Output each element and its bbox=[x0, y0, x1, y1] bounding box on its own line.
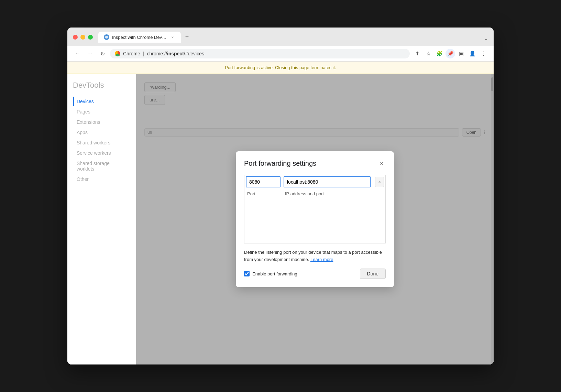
tab-title: Inspect with Chrome Develope bbox=[112, 35, 167, 40]
puzzle-icon: 🧩 bbox=[436, 51, 443, 57]
learn-more-link[interactable]: Learn more bbox=[310, 257, 333, 262]
address-site-label: Chrome bbox=[123, 51, 140, 56]
address-suffix: /#devices bbox=[184, 51, 204, 56]
address-url-label: chrome://inspect/#devices bbox=[147, 51, 204, 56]
sidebar-item-shared-workers[interactable]: Shared workers bbox=[73, 138, 130, 148]
content-area: rwarding... ure... Open ℹ bbox=[136, 74, 494, 364]
port-cell bbox=[244, 175, 282, 189]
sidebar-item-service-workers[interactable]: Service workers bbox=[73, 148, 130, 158]
address-bar[interactable]: Chrome | chrome://inspect/#devices bbox=[110, 49, 410, 58]
banner-text: Port forwarding is active. Closing this … bbox=[225, 65, 336, 70]
sidebar: DevTools Devices Pages Extensions Apps S… bbox=[67, 74, 136, 364]
port-header: Port bbox=[244, 189, 282, 198]
port-header-label: Port bbox=[247, 191, 255, 196]
title-bar: Inspect with Chrome Develope × + ⌄ bbox=[67, 28, 494, 46]
address-header: IP address and port bbox=[282, 189, 385, 198]
table-header-row: Port IP address and port bbox=[244, 189, 385, 198]
enable-port-forwarding-label[interactable]: Enable port forwarding bbox=[244, 271, 297, 276]
close-window-button[interactable] bbox=[73, 35, 78, 40]
site-icon bbox=[115, 51, 120, 56]
address-separator: | bbox=[143, 51, 144, 56]
delete-icon: × bbox=[378, 179, 381, 185]
sidebar-item-other[interactable]: Other bbox=[73, 174, 130, 184]
modal-footer: Enable port forwarding Done bbox=[244, 269, 386, 279]
profile-icon: 👤 bbox=[469, 51, 476, 57]
tab-bar: Inspect with Chrome Develope × + ⌄ bbox=[98, 32, 488, 43]
modal-description: Define the listening port on your device… bbox=[244, 249, 386, 263]
sidebar-item-apps[interactable]: Apps bbox=[73, 128, 130, 137]
menu-button[interactable]: ⋮ bbox=[478, 49, 488, 58]
modal-header: Port forwarding settings × bbox=[244, 160, 386, 168]
tab-list-chevron-icon[interactable]: ⌄ bbox=[484, 36, 488, 41]
share-button[interactable]: ⬆ bbox=[412, 49, 422, 58]
tab-close-button[interactable]: × bbox=[170, 34, 175, 40]
minimize-window-button[interactable] bbox=[80, 35, 85, 40]
modal-close-button[interactable]: × bbox=[377, 160, 386, 168]
sidebar-item-extensions[interactable]: Extensions bbox=[73, 117, 130, 127]
address-cell bbox=[282, 175, 372, 189]
address-highlight: inspect bbox=[167, 51, 184, 56]
main-content: DevTools Devices Pages Extensions Apps S… bbox=[67, 74, 494, 364]
sidebar-item-pages[interactable]: Pages bbox=[73, 107, 130, 117]
forward-icon: → bbox=[87, 51, 93, 57]
title-bar-top: Inspect with Chrome Develope × + ⌄ bbox=[73, 32, 488, 43]
more-vert-icon: ⋮ bbox=[481, 51, 486, 57]
delete-row-button[interactable]: × bbox=[375, 177, 384, 187]
port-forwarding-settings-modal: Port forwarding settings × bbox=[236, 151, 394, 287]
enable-port-forwarding-checkbox[interactable] bbox=[244, 271, 250, 276]
port-forwarding-banner: Port forwarding is active. Closing this … bbox=[67, 62, 494, 74]
forward-button[interactable]: → bbox=[85, 49, 95, 58]
sidebar-nav: Devices Pages Extensions Apps Shared wor… bbox=[73, 97, 130, 184]
sidebar-item-devices[interactable]: Devices bbox=[73, 97, 130, 106]
address-header-label: IP address and port bbox=[285, 191, 324, 196]
pin-icon: 📌 bbox=[447, 51, 454, 57]
bookmark-button[interactable]: ☆ bbox=[424, 49, 433, 58]
browser-tab-active[interactable]: Inspect with Chrome Develope × bbox=[98, 32, 181, 43]
sidebar-button[interactable]: ▣ bbox=[456, 49, 466, 58]
port-input[interactable] bbox=[246, 176, 280, 187]
new-tab-button[interactable]: + bbox=[182, 32, 192, 41]
checkbox-label-text: Enable port forwarding bbox=[252, 271, 297, 276]
sidebar-item-shared-storage-worklets[interactable]: Shared storage worklets bbox=[73, 159, 130, 174]
page-content: Port forwarding is active. Closing this … bbox=[67, 62, 494, 364]
modal-title: Port forwarding settings bbox=[244, 160, 316, 167]
reload-icon: ↻ bbox=[100, 51, 105, 57]
back-button[interactable]: ← bbox=[73, 49, 82, 58]
sidebar-icon: ▣ bbox=[459, 51, 464, 57]
modal-overlay: Port forwarding settings × bbox=[136, 74, 494, 364]
share-icon: ⬆ bbox=[415, 51, 420, 57]
sidebar-title: DevTools bbox=[73, 81, 130, 90]
reload-button[interactable]: ↻ bbox=[98, 49, 107, 58]
traffic-lights bbox=[73, 35, 93, 40]
browser-window: Inspect with Chrome Develope × + ⌄ ← → ↻… bbox=[67, 28, 494, 364]
navigation-bar: ← → ↻ Chrome | chrome://inspect/#devices… bbox=[67, 46, 494, 62]
profile-button[interactable]: 👤 bbox=[468, 49, 477, 58]
done-button[interactable]: Done bbox=[360, 269, 386, 279]
forwarding-rule-row: × bbox=[244, 175, 385, 189]
address-input[interactable] bbox=[284, 176, 371, 187]
address-prefix: chrome:// bbox=[147, 51, 167, 56]
row-action-cell: × bbox=[372, 175, 385, 188]
bookmark-icon: ☆ bbox=[426, 51, 431, 57]
nav-actions: ⬆ ☆ 🧩 📌 ▣ 👤 ⋮ bbox=[412, 49, 488, 58]
back-icon: ← bbox=[75, 51, 80, 57]
maximize-window-button[interactable] bbox=[88, 35, 93, 40]
extensions-button[interactable]: 🧩 bbox=[434, 49, 444, 58]
svg-point-0 bbox=[105, 36, 108, 39]
tab-favicon bbox=[104, 34, 109, 40]
forwarding-rules-table: × Port IP address and port bbox=[244, 175, 386, 243]
extension-active-button[interactable]: 📌 bbox=[446, 49, 455, 58]
